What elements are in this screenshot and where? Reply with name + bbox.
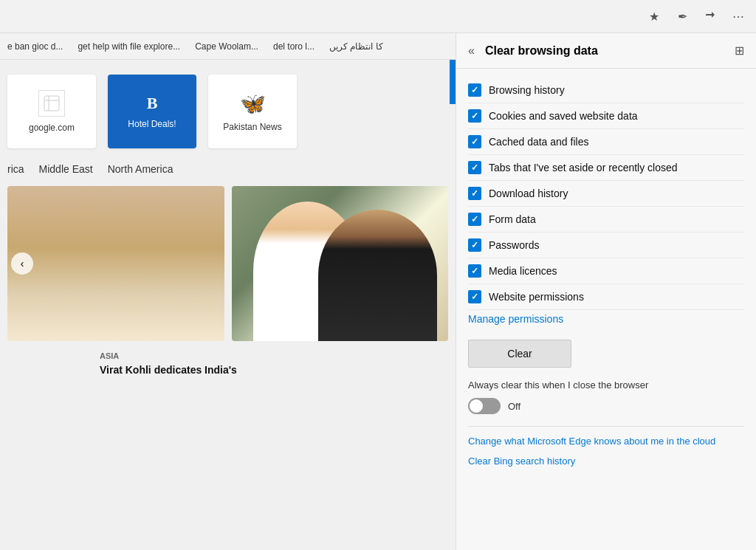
news-cat-americas[interactable]: rica	[7, 163, 24, 175]
bing-history-link[interactable]: Clear Bing search history	[468, 456, 744, 467]
clear-panel: « Clear browsing data ⊞ ✓ Browsing histo…	[456, 33, 756, 550]
tile-bing-label: Hotel Deals!	[128, 119, 176, 129]
checkbox-tabs[interactable]: ✓ Tabs that I've set aside or recently c…	[468, 155, 744, 181]
couple-image-bg	[232, 186, 449, 341]
article-headline: Virat Kohli dedicates India's	[100, 364, 448, 376]
new-tab-content: google.com B Hotel Deals! 🦋 Pakistan New…	[0, 60, 456, 550]
checkbox-form-data[interactable]: ✓ Form data	[468, 207, 744, 233]
news-cat-middle-east[interactable]: Middle East	[39, 163, 93, 175]
fav-item[interactable]: e ban gioc d...	[7, 41, 63, 52]
fav-item[interactable]: کا انتظام کریں	[329, 41, 383, 52]
bing-b-icon: B	[147, 94, 158, 113]
checkbox-tabs-box: ✓	[468, 161, 481, 174]
tile-bing[interactable]: B Hotel Deals!	[108, 75, 196, 148]
panel-pin-icon[interactable]: ⊞	[735, 44, 744, 58]
panel-header: « Clear browsing data ⊞	[456, 33, 756, 69]
always-clear-label: Always clear this when I close the brows…	[468, 379, 744, 391]
favorites-icon[interactable]: ★	[642, 4, 666, 28]
checkbox-website-permissions-box: ✓	[468, 290, 481, 303]
checkbox-download-label: Download history	[489, 188, 568, 199]
divider	[468, 426, 744, 427]
favorites-bar: e ban gioc d... get help with file explo…	[0, 33, 456, 60]
checkbox-form-data-box: ✓	[468, 213, 481, 226]
manage-permissions-link[interactable]: Manage permissions	[468, 310, 744, 334]
checkbox-media-licences-label: Media licences	[489, 265, 557, 277]
panel-body: ✓ Browsing history ✓ Cookies and saved w…	[456, 69, 756, 475]
checkbox-website-permissions-label: Website permissions	[489, 291, 584, 303]
checkbox-cookies[interactable]: ✓ Cookies and saved website data	[468, 103, 744, 129]
tile-google[interactable]: google.com	[7, 75, 96, 148]
news-virat-image	[232, 186, 449, 341]
fav-item[interactable]: get help with file explore...	[78, 41, 180, 52]
checkbox-cached-label: Cached data and files	[489, 136, 588, 148]
checkbox-cookies-label: Cookies and saved website data	[489, 110, 638, 122]
browser-chrome: ★ ✒ ⋯	[0, 0, 756, 33]
tile-pakistan-news[interactable]: 🦋 Pakistan News	[208, 75, 297, 148]
more-icon[interactable]: ⋯	[726, 4, 750, 28]
toggle-off-label: Off	[508, 401, 520, 412]
news-images: ‹	[0, 182, 456, 345]
panel-title: Clear browsing data	[485, 44, 727, 58]
tile-google-label: google.com	[29, 123, 75, 133]
checkbox-browsing-history[interactable]: ✓ Browsing history	[468, 78, 744, 103]
checkbox-cached[interactable]: ✓ Cached data and files	[468, 129, 744, 155]
toggle-container: Off	[468, 398, 744, 414]
news-hotel-image: ‹	[7, 186, 224, 341]
toggle-knob	[470, 399, 483, 413]
google-icon	[38, 90, 65, 117]
panel-back-icon[interactable]: «	[468, 44, 475, 58]
checkbox-media-licences-box: ✓	[468, 264, 481, 278]
edge-cloud-link[interactable]: Change what Microsoft Edge knows about m…	[468, 436, 744, 447]
checkbox-download[interactable]: ✓ Download history	[468, 181, 744, 207]
always-clear-toggle[interactable]	[468, 398, 501, 414]
pen-icon[interactable]: ✒	[670, 4, 694, 28]
checkbox-media-licences[interactable]: ✓ Media licences	[468, 258, 744, 284]
checkbox-tabs-label: Tabs that I've set aside or recently clo…	[489, 162, 678, 173]
hotel-image-bg: ‹	[7, 186, 224, 341]
quick-tiles: google.com B Hotel Deals! 🦋 Pakistan New…	[0, 60, 456, 156]
toolbar-icons: ★ ✒ ⋯	[642, 4, 750, 28]
checkbox-passwords[interactable]: ✓ Passwords	[468, 233, 744, 258]
checkbox-cached-box: ✓	[468, 135, 481, 148]
checkbox-cookies-box: ✓	[468, 109, 481, 123]
article-caption: ASIA	[100, 348, 448, 364]
article-meta: ASIA Virat Kohli dedicates India's	[0, 345, 456, 376]
checkbox-form-data-label: Form data	[489, 213, 536, 225]
checkbox-browsing-history-label: Browsing history	[489, 84, 565, 96]
tile-pakistan-label: Pakistan News	[223, 122, 281, 132]
person-right	[318, 210, 437, 342]
checkbox-passwords-box: ✓	[468, 238, 481, 252]
checkbox-download-box: ✓	[468, 187, 481, 200]
butterfly-icon: 🦋	[240, 92, 266, 116]
clear-button[interactable]: Clear	[468, 340, 571, 368]
checkbox-website-permissions[interactable]: ✓ Website permissions	[468, 284, 744, 310]
svg-rect-0	[44, 96, 59, 111]
fav-item[interactable]: Cape Woolam...	[195, 41, 258, 52]
fav-item[interactable]: del toro l...	[273, 41, 315, 52]
news-cat-north-america[interactable]: North America	[108, 163, 173, 175]
nav-arrow-left[interactable]: ‹	[11, 252, 33, 275]
browser-content: e ban gioc d... get help with file explo…	[0, 33, 456, 550]
news-categories: rica Middle East North America	[0, 156, 456, 182]
checkbox-passwords-label: Passwords	[489, 239, 539, 251]
checkbox-browsing-history-box: ✓	[468, 83, 481, 97]
share-icon[interactable]	[698, 4, 722, 28]
blue-accent-bar	[450, 60, 456, 104]
